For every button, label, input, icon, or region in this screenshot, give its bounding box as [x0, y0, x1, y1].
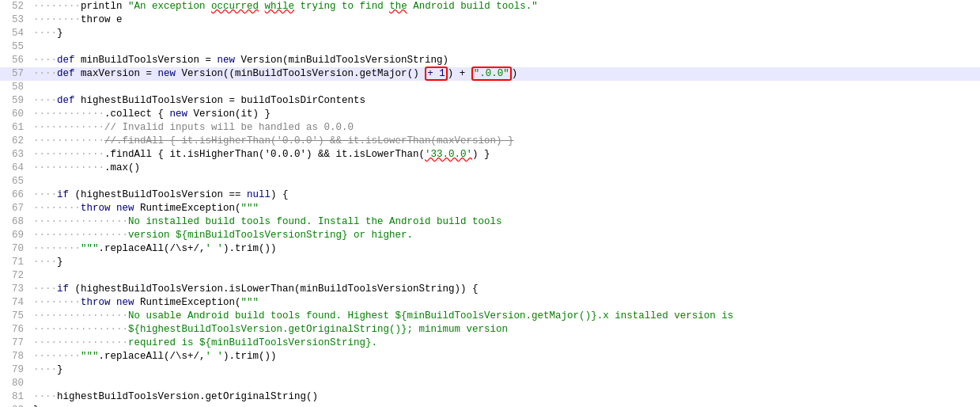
line-content-64: ············.max() [30, 162, 980, 175]
line-content-66: ····if (highestBuildToolsVersion == null… [30, 188, 980, 202]
code-line-78: 78 ········""".replaceAll(/\s+/,' ').tri… [0, 350, 980, 363]
code-line-81: 81 ····highestBuildToolsVersion.getOrigi… [0, 390, 980, 404]
line-content-69: ················version ${minBuildToolsV… [30, 229, 980, 242]
line-number-81: 81 [0, 390, 30, 404]
line-content-76: ················${highestBuildToolsVersi… [30, 323, 980, 337]
code-line-56: 56 ····def minBuildToolsVersion = new Ve… [0, 54, 980, 67]
line-number-72: 72 [0, 269, 30, 283]
line-number-57: 57 [0, 67, 30, 81]
line-number-66: 66 [0, 188, 30, 202]
code-line-71: 71 ····} [0, 256, 980, 269]
line-content-63: ············.findAll { it.isHigherThan('… [30, 148, 980, 162]
code-line-67: 67 ········throw new RuntimeException(""… [0, 202, 980, 215]
line-content-68: ················No installed build tools… [30, 215, 980, 229]
line-content-61: ············// Invalid inputs will be ha… [30, 121, 980, 135]
line-content-77: ················required is ${minBuildTo… [30, 337, 980, 350]
code-line-65: 65 [0, 175, 980, 188]
line-content-52: ········println "An exception occurred w… [30, 0, 980, 13]
line-number-64: 64 [0, 162, 30, 175]
line-number-69: 69 [0, 229, 30, 242]
line-number-56: 56 [0, 54, 30, 67]
line-content-81: ····highestBuildToolsVersion.getOriginal… [30, 390, 980, 404]
code-line-80: 80 [0, 377, 980, 390]
code-line-64: 64 ············.max() [0, 162, 980, 175]
line-content-67: ········throw new RuntimeException(""" [30, 202, 980, 215]
code-line-72: 72 [0, 269, 980, 283]
code-line-53: 53 ········throw e [0, 13, 980, 27]
code-line-61: 61 ············// Invalid inputs will be… [0, 121, 980, 135]
line-content-75: ················No usable Android build … [30, 310, 980, 323]
code-line-68: 68 ················No installed build to… [0, 215, 980, 229]
line-number-52: 52 [0, 0, 30, 13]
line-content-82: } [30, 404, 980, 407]
code-line-70: 70 ········""".replaceAll(/\s+/,' ').tri… [0, 242, 980, 256]
line-number-76: 76 [0, 323, 30, 337]
line-content-56: ····def minBuildToolsVersion = new Versi… [30, 54, 980, 67]
code-line-62: 62 ············//.findAll { it.isHigherT… [0, 135, 980, 148]
code-line-73: 73 ····if (highestBuildToolsVersion.isLo… [0, 283, 980, 296]
line-content-74: ········throw new RuntimeException(""" [30, 296, 980, 310]
line-content-53: ········throw e [30, 13, 980, 27]
code-line-76: 76 ················${highestBuildToolsVe… [0, 323, 980, 337]
line-content-54: ····} [30, 27, 980, 40]
line-number-58: 58 [0, 81, 30, 94]
line-number-70: 70 [0, 242, 30, 256]
line-number-80: 80 [0, 377, 30, 390]
line-number-67: 67 [0, 202, 30, 215]
line-number-77: 77 [0, 337, 30, 350]
line-number-53: 53 [0, 13, 30, 27]
code-line-79: 79 ····} [0, 363, 980, 377]
code-line-52: 52 ········println "An exception occurre… [0, 0, 980, 13]
line-number-61: 61 [0, 121, 30, 135]
line-number-62: 62 [0, 135, 30, 148]
line-content-71: ····} [30, 256, 980, 269]
line-content-60: ············.collect { new Version(it) } [30, 108, 980, 121]
code-line-75: 75 ················No usable Android bui… [0, 310, 980, 323]
line-content-78: ········""".replaceAll(/\s+/,' ').trim()… [30, 350, 980, 363]
code-line-60: 60 ············.collect { new Version(it… [0, 108, 980, 121]
code-line-74: 74 ········throw new RuntimeException(""… [0, 296, 980, 310]
line-number-55: 55 [0, 40, 30, 54]
code-line-69: 69 ················version ${minBuildToo… [0, 229, 980, 242]
line-content-79: ····} [30, 363, 980, 377]
line-number-68: 68 [0, 215, 30, 229]
code-line-58: 58 [0, 81, 980, 94]
line-content-62: ············//.findAll { it.isHigherThan… [30, 135, 980, 148]
line-number-74: 74 [0, 296, 30, 310]
line-number-59: 59 [0, 94, 30, 108]
code-line-82: 82 } [0, 404, 980, 407]
code-line-63: 63 ············.findAll { it.isHigherTha… [0, 148, 980, 162]
code-line-59: 59 ····def highestBuildToolsVersion = bu… [0, 94, 980, 108]
line-number-82: 82 [0, 404, 30, 407]
line-number-54: 54 [0, 27, 30, 40]
code-line-55: 55 [0, 40, 980, 54]
code-line-77: 77 ················required is ${minBuil… [0, 337, 980, 350]
line-number-78: 78 [0, 350, 30, 363]
line-number-63: 63 [0, 148, 30, 162]
line-number-71: 71 [0, 256, 30, 269]
code-line-57: 57 ····def maxVersion = new Version((min… [0, 67, 980, 81]
code-editor: 52 ········println "An exception occurre… [0, 0, 980, 407]
line-number-65: 65 [0, 175, 30, 188]
line-number-73: 73 [0, 283, 30, 296]
line-content-57: ····def maxVersion = new Version((minBui… [30, 67, 980, 81]
line-number-60: 60 [0, 108, 30, 121]
line-number-79: 79 [0, 363, 30, 377]
code-line-66: 66 ····if (highestBuildToolsVersion == n… [0, 188, 980, 202]
line-number-75: 75 [0, 310, 30, 323]
code-line-54: 54 ····} [0, 27, 980, 40]
line-content-70: ········""".replaceAll(/\s+/,' ').trim()… [30, 242, 980, 256]
line-content-73: ····if (highestBuildToolsVersion.isLower… [30, 283, 980, 296]
line-content-59: ····def highestBuildToolsVersion = build… [30, 94, 980, 108]
